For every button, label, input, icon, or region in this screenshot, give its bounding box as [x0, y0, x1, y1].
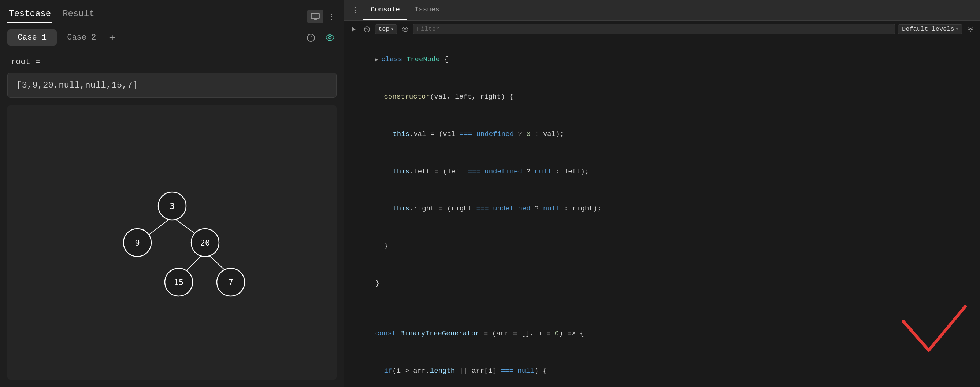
cases-bar: Case 1 Case 2 + ?: [0, 24, 344, 52]
node-9-label: 9: [135, 238, 140, 247]
console-content: ▶ class TreeNode { constructor(val, left…: [344, 38, 980, 387]
eye-toolbar-icon[interactable]: [400, 24, 410, 35]
node-20-label: 20: [200, 238, 210, 247]
svg-text:?: ?: [310, 35, 312, 40]
top-label: top: [378, 25, 390, 33]
case-1-button[interactable]: Case 1: [7, 29, 57, 46]
svg-marker-6: [352, 27, 356, 32]
filter-input[interactable]: [413, 24, 895, 35]
tab-testcase[interactable]: Testcase: [7, 6, 52, 23]
eye-icon[interactable]: [323, 31, 337, 45]
add-case-button[interactable]: +: [106, 30, 118, 45]
console-line: }: [344, 228, 980, 265]
devtools-toolbar: top ▾ Default levels ▾: [344, 21, 980, 38]
devtools-menu-icon[interactable]: ⋮: [347, 5, 363, 15]
default-levels-selector[interactable]: Default levels ▾: [898, 24, 963, 34]
help-icon[interactable]: ?: [304, 31, 318, 45]
default-levels-arrow: ▾: [956, 26, 958, 32]
console-line: const BinaryTreeGenerator = (arr = [], i…: [344, 315, 980, 352]
tree-svg: 3 9 20 15 7: [81, 180, 264, 305]
tabs-bar: Testcase Result ⋮: [0, 0, 344, 24]
svg-point-9: [404, 28, 406, 30]
tree-visual: 3 9 20 15 7: [7, 105, 337, 380]
node-7-label: 7: [228, 277, 233, 287]
case-2-button[interactable]: Case 2: [63, 29, 100, 46]
right-panel: ⋮ Console Issues top ▾ Defa: [344, 0, 980, 387]
tab-console[interactable]: Console: [363, 0, 407, 20]
console-line: this.left = (left === undefined ? null :…: [344, 153, 980, 190]
svg-point-10: [970, 28, 972, 30]
left-panel: Testcase Result ⋮ Case 1 Case 2 + ?: [0, 0, 344, 387]
input-area[interactable]: [3,9,20,null,null,15,7]: [7, 73, 337, 98]
settings-icon[interactable]: [965, 24, 975, 35]
console-line: }: [344, 265, 980, 303]
tab-result[interactable]: Result: [61, 6, 95, 23]
tab-issues[interactable]: Issues: [407, 0, 447, 20]
console-line: if(i > arr.length || arr[i] === null) {: [344, 352, 980, 387]
default-levels-label: Default levels: [902, 25, 955, 33]
clear-icon[interactable]: [362, 24, 372, 35]
console-line: constructor(val, left, right) {: [344, 78, 980, 116]
svg-point-5: [329, 36, 331, 39]
console-line: this.right = (right === undefined ? null…: [344, 190, 980, 228]
screen-icon[interactable]: [307, 10, 323, 23]
top-dropdown-arrow: ▾: [391, 26, 394, 32]
console-line: ▶ class TreeNode {: [344, 41, 980, 78]
node-15-label: 15: [173, 277, 183, 287]
more-options-icon[interactable]: ⋮: [326, 11, 337, 23]
root-label: root =: [0, 52, 344, 73]
console-line: this.val = (val === undefined ? 0 : val)…: [344, 116, 980, 153]
devtools-tabs: ⋮ Console Issues: [344, 0, 980, 21]
top-selector[interactable]: top ▾: [375, 24, 397, 34]
svg-line-8: [366, 28, 368, 31]
svg-rect-0: [311, 13, 319, 19]
node-3-label: 3: [170, 201, 174, 210]
console-blank: [344, 302, 980, 315]
execute-icon[interactable]: [348, 24, 359, 35]
